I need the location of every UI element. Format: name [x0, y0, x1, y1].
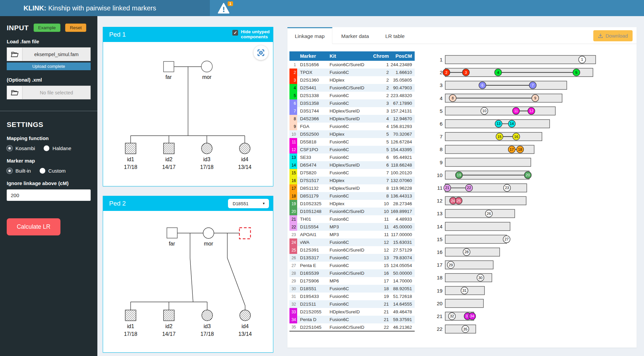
- row-number: 10: [289, 130, 297, 138]
- radio-custom[interactable]: Custom: [40, 168, 66, 174]
- cell-chrom: 22: [373, 323, 390, 331]
- chromosome-bar: [445, 132, 542, 141]
- cell-kit: Fusion6C: [329, 192, 373, 200]
- mapping-function-label: Mapping function: [7, 135, 91, 141]
- marker-dot-number: 20: [526, 173, 530, 177]
- cell-chrom: 19: [373, 293, 390, 300]
- hide-untyped-checkbox[interactable]: ✓: [232, 30, 238, 36]
- cell-poscm: 244.23489: [390, 61, 415, 69]
- ped2-child1-symbol[interactable]: [125, 310, 136, 321]
- radio-circle-icon: [7, 145, 12, 151]
- chromosome-bar: [445, 325, 476, 333]
- cell-kit: Fusion6C: [329, 262, 373, 269]
- cell-chrom: 21: [373, 300, 390, 308]
- tab-marker-data[interactable]: Marker data: [334, 27, 376, 44]
- example-button[interactable]: Example: [34, 24, 61, 32]
- fam-browse-button[interactable]: [7, 47, 22, 61]
- chromosome-label: 21: [437, 313, 443, 319]
- table-row: 29D17S906MP61714.70000: [289, 277, 415, 285]
- cell-marker: vWA: [297, 238, 329, 246]
- marker-dot-number: 18: [518, 147, 522, 151]
- ped2-alt-father-symbol[interactable]: [239, 228, 250, 239]
- cell-kit: Fusion6C: [329, 300, 373, 308]
- radio-built-in-label: Built-in: [15, 168, 31, 174]
- row-number: 11: [289, 138, 297, 146]
- marker-table-wrap: Marker Kit Chrom PosCM 1D1S1656Fusion6C/…: [289, 51, 415, 331]
- ped1-child1-symbol[interactable]: [125, 143, 136, 154]
- row-number: 2: [289, 69, 297, 76]
- xml-filename-field[interactable]: No file selected: [22, 86, 91, 99]
- download-button[interactable]: Download: [593, 30, 633, 41]
- radio-built-in[interactable]: Built-in: [7, 168, 31, 174]
- cell-chrom: 11: [373, 231, 390, 238]
- fam-file-label: Load .fam file: [7, 39, 91, 44]
- table-row: 5D2S1338Fusion6C2223.48320: [289, 92, 415, 99]
- cell-marker: D2S1360: [297, 76, 329, 84]
- row-number: 21: [289, 215, 297, 223]
- table-row: 27Penta EFusion6C15124.05054: [289, 262, 415, 269]
- ped1-child3-symbol[interactable]: [201, 143, 212, 154]
- table-row: 30D18S51Fusion6C1888.92051: [289, 285, 415, 293]
- table-row: 4D2S441Fusion6C/SureID290.47903: [289, 84, 415, 92]
- fam-filename-field[interactable]: eksempel_simul.fam: [22, 47, 91, 61]
- ped2-child2-symbol[interactable]: [164, 310, 174, 321]
- ped1-child1-id: id1: [127, 157, 134, 162]
- ped1-panel: Ped 1 ✓ Hide untyped components: [103, 27, 273, 186]
- marker-dot-number: 27: [505, 237, 509, 241]
- ped1-child2-symbol[interactable]: [164, 143, 174, 154]
- chromosome-label: 2: [440, 70, 443, 75]
- hide-untyped-checkbox-wrap[interactable]: ✓ Hide untyped components: [232, 29, 270, 39]
- marker-dot-number: 13: [497, 122, 501, 126]
- row-number: 3: [289, 76, 297, 84]
- ped1-pedigree-drawing: far mor id1 17/18 id2 14/17 id3 17/18 id…: [103, 42, 273, 186]
- cell-kit: Fusion6C/SureID: [329, 323, 373, 331]
- download-icon: [598, 33, 603, 38]
- row-number: 6: [289, 99, 297, 107]
- warning-indicator[interactable]: 1: [218, 3, 231, 14]
- ped1-child4-symbol[interactable]: [239, 143, 250, 154]
- table-row: 34Penta DFusion6C2159.37591: [289, 316, 415, 323]
- radio-haldane[interactable]: Haldane: [44, 145, 71, 151]
- ignore-linkage-input[interactable]: [7, 189, 91, 201]
- row-number: 4: [289, 84, 297, 92]
- cell-kit: Fusion6C/SureID: [329, 246, 373, 254]
- chromosome-bar: [445, 107, 555, 115]
- cell-kit: MP6: [329, 277, 373, 285]
- cell-marker: D16S539: [297, 269, 329, 277]
- calculate-lr-button[interactable]: Calculate LR: [7, 218, 60, 235]
- ped1-mother-symbol[interactable]: [201, 61, 213, 72]
- reset-button[interactable]: Reset: [65, 24, 86, 32]
- fam-file-input: eksempel_simul.fam: [7, 47, 91, 61]
- marker-dot-number: 2: [445, 71, 447, 75]
- radio-kosambi[interactable]: Kosambi: [7, 145, 35, 151]
- ped2-father-symbol[interactable]: [167, 228, 177, 238]
- sidebar: INPUT Example Reset Load .fam file eksem…: [0, 16, 97, 356]
- app-title-rest: Kinship with pairwise linked markers: [48, 4, 156, 12]
- tab-lr-table[interactable]: LR table: [378, 27, 412, 44]
- cell-poscm: 126.67284: [390, 138, 415, 146]
- snapshot-button[interactable]: [254, 45, 268, 60]
- marker-dot-number: 4: [497, 71, 499, 75]
- cell-chrom: 2: [373, 84, 390, 92]
- ped2-child4-symbol[interactable]: [240, 310, 250, 321]
- ped2-mother-symbol[interactable]: [203, 228, 214, 238]
- ped2-child3-symbol[interactable]: [202, 310, 213, 321]
- cell-marker: TPOX: [297, 69, 329, 76]
- cell-kit: HDplex/SureID: [329, 115, 373, 123]
- tab-linkage-map[interactable]: Linkage map: [287, 27, 332, 44]
- chromosome-label: 11: [437, 185, 443, 191]
- row-number: 8: [289, 115, 297, 123]
- ped1-father-symbol[interactable]: [164, 61, 174, 72]
- xml-browse-button[interactable]: [7, 86, 22, 99]
- hide-untyped-label: Hide untyped components: [241, 29, 270, 39]
- marker-dropdown[interactable]: D18S51 ▼: [228, 199, 269, 208]
- ped2-child3-genotype: 17/18: [200, 331, 214, 337]
- marker-dot-number: 1: [581, 57, 583, 61]
- chromosome-label: 15: [437, 236, 443, 242]
- cell-chrom: 1: [373, 61, 390, 69]
- ped1-title: Ped 1: [109, 31, 126, 38]
- marker-dot-number: 29: [449, 263, 453, 267]
- cell-chrom: 18: [373, 285, 390, 293]
- cell-marker: D21S2055: [297, 308, 329, 316]
- table-row: 13SE33Fusion6C695.44921: [289, 153, 415, 161]
